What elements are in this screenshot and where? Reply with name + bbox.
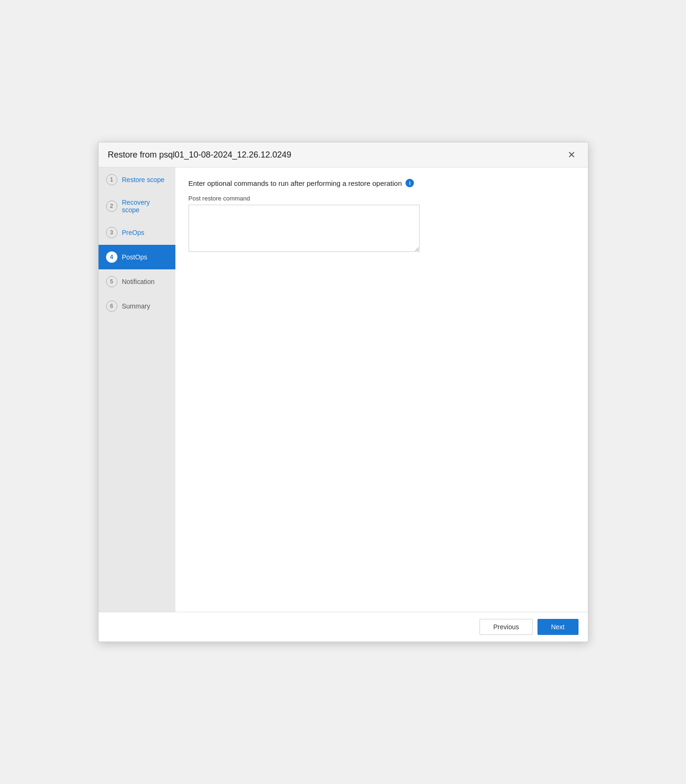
sidebar: 1 Restore scope 2 Recovery scope 3 PreOp… [99, 167, 175, 612]
sidebar-label-postops: PostOps [122, 253, 148, 261]
step-number-5: 5 [106, 276, 117, 287]
post-restore-textarea[interactable] [189, 205, 420, 252]
dialog-footer: Previous Next [99, 612, 588, 642]
sidebar-item-preops[interactable]: 3 PreOps [99, 220, 175, 245]
step-number-6: 6 [106, 300, 117, 312]
section-heading-text: Enter optional commands to run after per… [189, 179, 402, 187]
dialog-header: Restore from psql01_10-08-2024_12.26.12.… [99, 142, 588, 167]
restore-dialog: Restore from psql01_10-08-2024_12.26.12.… [98, 142, 588, 642]
section-heading: Enter optional commands to run after per… [189, 179, 575, 187]
sidebar-item-notification[interactable]: 5 Notification [99, 269, 175, 294]
main-content: Enter optional commands to run after per… [175, 167, 588, 612]
next-button[interactable]: Next [537, 619, 579, 635]
sidebar-item-postops[interactable]: 4 PostOps [99, 245, 175, 269]
close-button[interactable]: ✕ [565, 149, 579, 160]
sidebar-item-summary[interactable]: 6 Summary [99, 294, 175, 318]
sidebar-item-recovery-scope[interactable]: 2 Recovery scope [99, 192, 175, 220]
step-number-1: 1 [106, 174, 117, 185]
previous-button[interactable]: Previous [479, 619, 532, 635]
sidebar-label-restore-scope: Restore scope [122, 176, 165, 183]
sidebar-label-preops: PreOps [122, 229, 144, 236]
sidebar-item-restore-scope[interactable]: 1 Restore scope [99, 167, 175, 192]
info-icon[interactable]: i [405, 179, 414, 187]
dialog-body: 1 Restore scope 2 Recovery scope 3 PreOp… [99, 167, 588, 612]
step-number-2: 2 [106, 200, 117, 212]
sidebar-label-notification: Notification [122, 278, 155, 285]
step-number-3: 3 [106, 227, 117, 238]
post-restore-label: Post restore command [189, 195, 575, 202]
sidebar-label-recovery-scope: Recovery scope [122, 199, 168, 214]
dialog-title: Restore from psql01_10-08-2024_12.26.12.… [108, 150, 291, 160]
sidebar-label-summary: Summary [122, 302, 150, 310]
step-number-4: 4 [106, 251, 117, 263]
